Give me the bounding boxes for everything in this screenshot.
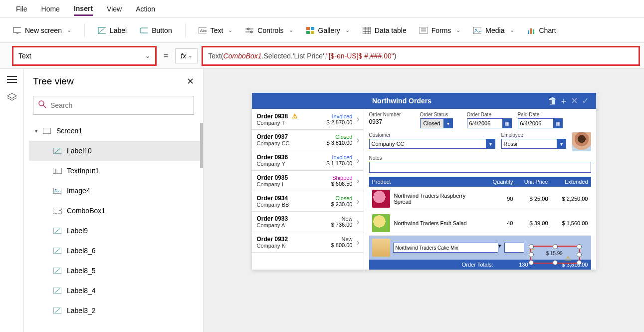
menu-home[interactable]: Home [41, 2, 60, 16]
tree-item-label: Label3_2 [67, 307, 96, 315]
chevron-right-icon: › [355, 176, 362, 186]
left-rail [0, 69, 24, 332]
forms-button[interactable]: Forms [420, 26, 461, 34]
product-row[interactable]: Northwind Traders Raspberry Spread90$ 25… [369, 187, 591, 211]
order-id: Order 0937 [257, 133, 327, 140]
search-input[interactable] [50, 101, 189, 109]
formula-func: Text( [208, 52, 223, 60]
order-number-value: 0937 [369, 118, 414, 125]
hamburger-icon[interactable] [7, 76, 17, 83]
product-combo[interactable]: Northwind Traders Cake Mix ▾ [393, 243, 501, 253]
order-row[interactable]: Order 0934Company BBClosed$ 230.00› [252, 191, 364, 212]
col-qty: Quantity [483, 179, 513, 185]
order-company: Company T [257, 120, 327, 126]
product-row[interactable]: Northwind Traders Fruit Salad40$ 39.00$ … [369, 211, 591, 236]
tree-item[interactable]: Label10 [29, 141, 203, 161]
employee-select[interactable]: Rossi ▾ [501, 139, 566, 149]
tree-root[interactable]: ▾ Screen1 [29, 121, 203, 141]
new-screen-button[interactable]: New screen [13, 26, 71, 34]
paid-date-input[interactable]: 6/4/2006 ▦ [518, 118, 563, 128]
app-body: Order 0938 ⚠Company TInvoiced$ 2,870.00›… [252, 109, 596, 270]
confirm-icon[interactable]: ✓ [580, 95, 591, 106]
order-row[interactable]: Order 0935Company IShipped$ 606.50› [252, 171, 364, 191]
order-row[interactable]: Order 0938 ⚠Company TInvoiced$ 2,870.00› [252, 109, 364, 130]
chevron-right-icon: › [355, 135, 362, 145]
data-table-btn-label: Data table [375, 26, 407, 34]
layers-icon[interactable] [7, 93, 17, 104]
chevron-down-icon: ▾ [498, 243, 501, 253]
chevron-right-icon: › [355, 155, 362, 166]
canvas[interactable]: Northwind Orders 🗑 ＋ ✕ ✓ Order 0938 ⚠Com… [204, 69, 644, 332]
data-table-button[interactable]: Data table [363, 26, 407, 34]
delete-icon[interactable]: 🗑 [547, 96, 558, 106]
add-icon[interactable]: ＋ [558, 95, 569, 107]
product-unit-price: $ 25.00 [513, 196, 548, 202]
product-name: Northwind Traders Raspberry Spread [394, 193, 483, 205]
qty-input[interactable] [504, 243, 524, 253]
chart-button[interactable]: Chart [527, 26, 556, 34]
order-row[interactable]: Order 0936Company YInvoiced$ 1,170.00› [252, 150, 364, 171]
tree-item[interactable]: TextInput1 [29, 161, 203, 181]
order-status-value: Closed [420, 118, 444, 128]
tree-item[interactable]: Label8_4 [29, 281, 203, 301]
order-row[interactable]: Order 0937Company CCClosed$ 3,810.00› [252, 130, 364, 150]
paid-date-value: 6/4/2006 [518, 118, 554, 128]
order-status-select[interactable]: Closed ▾ [420, 118, 461, 128]
expand-icon[interactable]: ▾ [35, 128, 37, 134]
svg-rect-23 [473, 27, 481, 34]
tree-item[interactable]: ComboBox1 [29, 201, 203, 221]
customer-select[interactable]: Company CC ▾ [369, 139, 495, 149]
menu-insert[interactable]: Insert [74, 1, 93, 16]
button-button[interactable]: Button [140, 26, 172, 34]
order-date-input[interactable]: 6/4/2006 ▦ [467, 118, 512, 128]
chevron-down-icon: ▾ [486, 139, 495, 149]
app-preview: Northwind Orders 🗑 ＋ ✕ ✓ Order 0938 ⚠Com… [252, 93, 596, 270]
cancel-icon[interactable]: ✕ [569, 95, 580, 106]
scrollbar-thumb[interactable] [200, 123, 203, 168]
tree-item[interactable]: Label3_2 [29, 301, 203, 321]
property-selector[interactable]: Text ⌄ [12, 46, 157, 66]
tree-item[interactable]: Image4 [29, 181, 203, 201]
fx-button[interactable]: fx ⌄ [175, 48, 198, 63]
order-date-value: 6/4/2006 [467, 118, 503, 128]
screen-icon [42, 127, 51, 134]
menu-file[interactable]: File [16, 2, 27, 16]
menu-action[interactable]: Action [136, 2, 155, 16]
main: Tree view ✕ ▾ Screen1 Label10TextInput1I… [0, 69, 644, 332]
controls-button[interactable]: Controls [245, 26, 293, 34]
order-row[interactable]: Order 0933Company ANew$ 736.00› [252, 212, 364, 232]
notes-input[interactable] [369, 162, 591, 173]
calendar-icon: ▦ [503, 118, 512, 128]
formula-bar: Text ⌄ = fx ⌄ Text( ComboBox1.Selected.'… [0, 43, 644, 69]
text-button[interactable]: Abc Text [199, 26, 233, 34]
svg-point-24 [475, 28, 477, 30]
tree-search[interactable] [33, 96, 194, 115]
order-amount: $ 736.00 [331, 222, 353, 228]
tree-panel: Tree view ✕ ▾ Screen1 Label10TextInput1I… [24, 69, 204, 332]
property-name: Text [18, 52, 31, 60]
formula-input[interactable]: Text( ComboBox1.Selected.'List Price', "… [202, 46, 640, 66]
svg-text:Abc: Abc [200, 28, 207, 33]
tree-item[interactable]: Label9 [29, 221, 203, 241]
order-row[interactable]: Order 0932Company KNew$ 800.00› [252, 232, 364, 253]
close-icon[interactable]: ✕ [187, 76, 194, 87]
gallery-btn-label: Gallery [318, 26, 340, 34]
order-amount: $ 606.50 [331, 181, 353, 187]
menu-bar: File Home Insert View Action [0, 0, 644, 18]
controls-icon [245, 26, 253, 34]
chevron-down-icon: ⌄ [145, 52, 150, 59]
media-button[interactable]: Media [473, 26, 514, 34]
orders-list[interactable]: Order 0938 ⚠Company TInvoiced$ 2,870.00›… [252, 109, 364, 270]
order-company: Company K [257, 243, 331, 249]
tree-item[interactable]: Label8_6 [29, 241, 203, 261]
totals-row: Order Totals: 130 $ 3,810.00 [369, 260, 591, 270]
label-btn-label: Label [110, 26, 127, 34]
tree-item[interactable]: Label8_5 [29, 261, 203, 281]
svg-marker-28 [7, 93, 16, 98]
label-icon [98, 26, 106, 34]
data-table-icon [363, 26, 371, 34]
gallery-button[interactable]: Gallery [306, 26, 350, 34]
order-status: Shipped [331, 175, 353, 181]
menu-view[interactable]: View [107, 2, 122, 16]
label-button[interactable]: Label [98, 26, 127, 34]
